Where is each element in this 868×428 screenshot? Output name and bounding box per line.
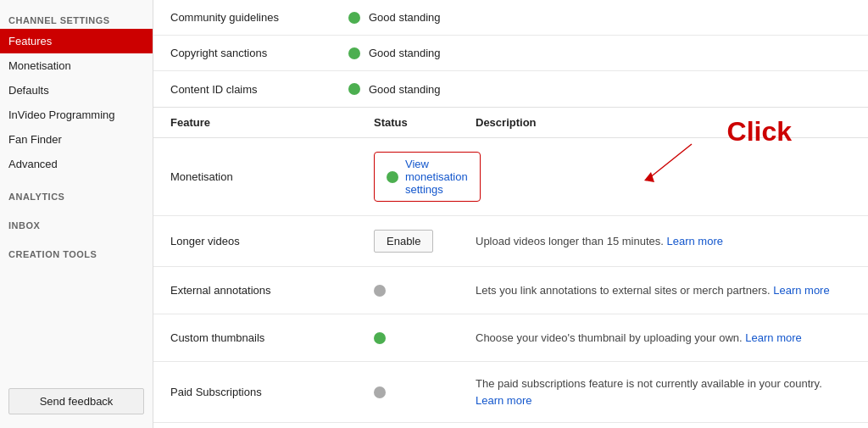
longer-videos-feature-name: Longer videos <box>170 235 374 247</box>
send-feedback-button[interactable]: Send feedback <box>8 388 144 414</box>
paid-subscriptions-feature-row: Paid Subscriptions The paid subscription… <box>153 362 868 423</box>
custom-thumbnails-description: Choose your video's thumbnail by uploadi… <box>476 330 851 347</box>
longer-videos-enable-button[interactable]: Enable <box>374 230 433 253</box>
paid-subscriptions-feature-status <box>374 386 476 398</box>
sidebar-item-invideo-programming[interactable]: InVideo Programming <box>0 103 153 127</box>
status-col-header: Status <box>374 116 476 129</box>
features-area: Click Feature Status Description Monetis… <box>153 108 868 423</box>
longer-videos-feature-row: Longer videos Enable Upload videos longe… <box>153 216 868 267</box>
sidebar-item-advanced[interactable]: Advanced <box>0 152 153 176</box>
copyright-sanctions-row: Copyright sanctions Good standing <box>153 36 868 71</box>
longer-videos-feature-status: Enable <box>374 230 476 253</box>
custom-thumbnails-feature-status <box>374 332 476 344</box>
paid-subscriptions-status-icon <box>374 386 386 398</box>
external-annotations-description: Lets you link annotations to external si… <box>476 282 851 299</box>
main-content: Community guidelines Good standing Copyr… <box>153 0 868 428</box>
community-guidelines-label: Community guidelines <box>170 11 348 24</box>
sidebar-item-fan-finder[interactable]: Fan Finder <box>0 127 153 152</box>
longer-videos-description: Upload videos longer than 15 minutes. Le… <box>476 233 851 250</box>
view-monetisation-settings-link[interactable]: View monetisation settings <box>405 158 468 196</box>
custom-thumbnails-feature-name: Custom thumbnails <box>170 331 374 344</box>
content-id-claims-label: Content ID claims <box>170 83 348 96</box>
custom-thumbnails-learn-more-link[interactable]: Learn more <box>745 331 801 344</box>
community-guidelines-row: Community guidelines Good standing <box>153 0 868 36</box>
features-table-header: Feature Status Description <box>153 108 868 138</box>
inbox-section: INBOX <box>0 214 153 234</box>
copyright-sanctions-label: Copyright sanctions <box>170 47 348 59</box>
description-col-header: Description <box>476 116 537 129</box>
creation-tools-section: CREATION TOOLS <box>0 242 153 263</box>
sidebar-item-features[interactable]: Features <box>0 29 153 53</box>
status-section: Community guidelines Good standing Copyr… <box>153 0 868 108</box>
content-id-claims-status-text: Good standing <box>369 83 441 96</box>
community-guidelines-status-text: Good standing <box>369 11 441 24</box>
custom-thumbnails-feature-row: Custom thumbnails Choose your video's th… <box>153 314 868 362</box>
copyright-sanctions-status-icon <box>348 47 360 59</box>
monetisation-feature-row: Monetisation View monetisation settings <box>153 138 868 216</box>
copyright-sanctions-status-text: Good standing <box>369 47 441 59</box>
paid-subscriptions-feature-name: Paid Subscriptions <box>170 386 374 398</box>
longer-videos-learn-more-link[interactable]: Learn more <box>667 235 723 247</box>
custom-thumbnails-status-icon <box>374 332 386 344</box>
paid-subscriptions-description: The paid subscriptions feature is not cu… <box>476 375 851 409</box>
channel-settings-section: CHANNEL SETTINGS <box>0 8 153 29</box>
monetisation-feature-name: Monetisation <box>170 170 374 183</box>
monetisation-feature-status: View monetisation settings <box>374 152 476 202</box>
sidebar-item-defaults[interactable]: Defaults <box>0 78 153 103</box>
content-id-claims-status-icon <box>348 83 360 95</box>
monetisation-link-box[interactable]: View monetisation settings <box>374 152 481 202</box>
paid-subscriptions-learn-more-link[interactable]: Learn more <box>476 394 531 407</box>
external-annotations-learn-more-link[interactable]: Learn more <box>773 284 829 297</box>
external-annotations-status-icon <box>374 285 386 297</box>
external-annotations-feature-name: External annotations <box>170 284 374 297</box>
sidebar-item-monetisation[interactable]: Monetisation <box>0 53 153 78</box>
monetisation-status-icon <box>387 171 398 183</box>
sidebar: CHANNEL SETTINGS Features Monetisation D… <box>0 0 153 428</box>
external-annotations-feature-status <box>374 285 476 297</box>
content-id-claims-row: Content ID claims Good standing <box>153 71 868 107</box>
external-annotations-feature-row: External annotations Lets you link annot… <box>153 267 868 314</box>
community-guidelines-status-icon <box>348 12 360 24</box>
analytics-section: ANALYTICS <box>0 185 153 205</box>
feature-col-header: Feature <box>170 116 374 129</box>
